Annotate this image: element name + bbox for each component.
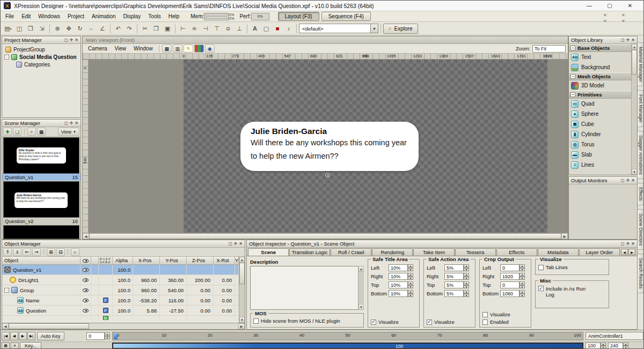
scroll-thumb[interactable] bbox=[239, 263, 245, 284]
cut-icon[interactable]: ✂ bbox=[140, 23, 150, 34]
collapse-icon[interactable]: − bbox=[4, 55, 9, 60]
object-row-question-v1[interactable]: Question_v1 100.0 bbox=[2, 265, 239, 275]
include-as-run-log-checkbox[interactable]: ✓ Include in As Run Log bbox=[538, 286, 606, 298]
pin-icon[interactable]: ✛ bbox=[234, 241, 238, 246]
close-icon[interactable]: ✕ bbox=[75, 38, 78, 42]
spinner[interactable]: ▲▼ bbox=[408, 281, 413, 288]
collapse-icon[interactable]: − bbox=[570, 92, 575, 97]
sphere-preview-icon[interactable]: ◉ bbox=[205, 44, 215, 53]
close-icon[interactable]: ✕ bbox=[239, 241, 243, 246]
tab-stagger-animations[interactable]: Stagger Animations bbox=[638, 131, 644, 179]
float-icon[interactable]: ◻ bbox=[229, 241, 232, 246]
library-item-sphere[interactable]: ● Sphere bbox=[569, 109, 631, 119]
track-value-bar[interactable]: 100 bbox=[113, 344, 582, 348]
spinner[interactable]: ▲▼ bbox=[464, 273, 469, 280]
visibility-eye-icon[interactable] bbox=[83, 268, 89, 272]
tab-roll-crawl[interactable]: Roll / Crawl bbox=[331, 248, 371, 256]
viewport-horizontal-scrollbar[interactable]: ◀ ▶ bbox=[83, 233, 568, 239]
tab-effects[interactable]: Effects bbox=[638, 183, 644, 205]
crop-enabled-checkbox[interactable]: Enabled bbox=[482, 319, 528, 325]
scroll-left-icon[interactable]: ◀ bbox=[2, 323, 9, 329]
float-icon[interactable]: ◻ bbox=[621, 241, 625, 246]
viewport-menu-camera[interactable]: Camera bbox=[85, 44, 111, 53]
library-item-slab[interactable]: ▬ Slab bbox=[569, 150, 631, 160]
paste-icon[interactable]: ▣ bbox=[162, 23, 173, 34]
tab-rendering[interactable]: Rendering bbox=[372, 248, 413, 256]
float-icon[interactable]: ◻ bbox=[64, 38, 68, 42]
tab-tessera[interactable]: Tessera bbox=[455, 248, 496, 256]
library-item-3d-model[interactable]: 3D Model bbox=[569, 80, 631, 91]
section-base-objects[interactable]: − Base Objects bbox=[569, 44, 631, 52]
explore-button[interactable]: ⌕ Explore bbox=[383, 24, 418, 34]
pin-icon[interactable]: ✛ bbox=[70, 38, 74, 42]
float-icon[interactable]: ◻ bbox=[64, 121, 68, 125]
viewport-menu-view[interactable]: View bbox=[112, 44, 130, 53]
frame-spinner[interactable]: 0 ▲▼ bbox=[86, 332, 110, 340]
pin-icon[interactable]: ✛ bbox=[626, 241, 630, 246]
safe-action-bottom-input[interactable]: 5% bbox=[444, 290, 464, 297]
spinner[interactable]: ▲▼ bbox=[464, 264, 469, 271]
collapse-all-icon[interactable]: ⊟ bbox=[56, 248, 65, 256]
tree-item-categories[interactable]: Categories bbox=[3, 61, 79, 68]
object-row-question[interactable]: AbQuestion P 100.0 5.88 -27.50 0.00 0.00 bbox=[2, 306, 239, 316]
save-all-icon[interactable]: ❐ bbox=[25, 23, 36, 34]
scene-canvas[interactable]: Julie Briden-Garcia Will there be any wo… bbox=[184, 60, 547, 233]
timeline-ruler[interactable]: 0 10 20 30 40 50 60 70 80 90 100 bbox=[112, 332, 583, 340]
move-in-icon[interactable]: ⇒ bbox=[32, 248, 41, 256]
tab-scroll-left-icon[interactable]: ◀ bbox=[621, 249, 628, 255]
object-library-scrollbar[interactable]: ▲ ▼ bbox=[631, 44, 637, 175]
safe-title-visualize-checkbox[interactable]: ✓ Visualize bbox=[371, 319, 416, 325]
close-icon[interactable]: ✕ bbox=[631, 38, 635, 42]
new-scene-icon[interactable]: ❏ bbox=[13, 128, 21, 136]
spinner[interactable]: ▲▼ bbox=[408, 273, 413, 280]
save-icon[interactable]: ◫ bbox=[14, 23, 25, 34]
spinner[interactable]: ▲▼ bbox=[408, 290, 413, 297]
library-item-text[interactable]: Ab Text bbox=[569, 52, 631, 62]
library-item-lines[interactable]: ≡ Lines bbox=[569, 160, 631, 170]
anim-controller-select[interactable]: AnimController1 bbox=[586, 332, 643, 340]
scroll-right-icon[interactable]: ▶ bbox=[561, 233, 568, 239]
library-item-background[interactable]: Background bbox=[569, 62, 631, 72]
scroll-right-icon[interactable]: ▶ bbox=[238, 323, 245, 329]
library-item-torus[interactable]: ◎ Torus bbox=[569, 139, 631, 150]
sequence-mode-button[interactable]: Sequence (F4) bbox=[321, 12, 371, 21]
scroll-down-icon[interactable]: ▼ bbox=[358, 304, 364, 310]
align-left-icon[interactable]: ⊢ bbox=[178, 23, 188, 34]
object-manager-hscrollbar[interactable]: ◀ ▶ bbox=[2, 323, 245, 329]
section-primitives[interactable]: − Primitives bbox=[569, 91, 631, 99]
auto-key-button[interactable]: Auto Key bbox=[37, 332, 64, 340]
move-tool-icon[interactable]: ✥ bbox=[63, 23, 74, 34]
tab-font-manager[interactable]: Font Manager bbox=[638, 90, 644, 127]
spinner[interactable]: ▲▼ bbox=[519, 281, 525, 288]
menu-tools[interactable]: Tools bbox=[144, 12, 164, 21]
collapse-icon[interactable]: − bbox=[4, 288, 9, 293]
spinner[interactable]: ▲▼ bbox=[519, 264, 525, 271]
scale-tool-icon[interactable]: ⇔ bbox=[86, 23, 97, 34]
play-icon[interactable]: ▶ bbox=[19, 332, 27, 340]
track-list-icon[interactable]: ▦ bbox=[2, 343, 10, 349]
float-icon[interactable]: ◻ bbox=[621, 178, 625, 183]
scene-thumbnail[interactable] bbox=[3, 225, 79, 239]
collapse-icon[interactable]: − bbox=[570, 74, 575, 79]
scene-thumbnail[interactable]: Julie Briden-Garcia Will there be any wo… bbox=[3, 181, 79, 218]
scroll-up-icon[interactable]: ▲ bbox=[632, 44, 637, 50]
dropdown-arrow-icon[interactable]: ▼ bbox=[370, 24, 378, 33]
menu-animation[interactable]: Animation bbox=[88, 12, 119, 21]
audio-icon[interactable]: ♪ bbox=[283, 23, 294, 34]
close-icon[interactable]: ✕ bbox=[75, 121, 78, 125]
spinner[interactable]: ▲▼ bbox=[519, 273, 525, 280]
hide-from-mos-checkbox[interactable]: Hide scene from MOS / NLE plugin bbox=[253, 318, 361, 324]
library-item-cylinder[interactable]: ▮ Cylinder bbox=[569, 129, 631, 139]
crop-top-input[interactable]: 0 bbox=[500, 281, 519, 288]
edit-mode-icon[interactable]: ✎ bbox=[184, 44, 193, 53]
search-icon[interactable]: ⌕ bbox=[71, 248, 79, 256]
scroll-up-icon[interactable]: ▲ bbox=[358, 266, 364, 272]
search-icon[interactable]: ⌕ bbox=[27, 128, 36, 136]
menu-display[interactable]: Display bbox=[120, 12, 145, 21]
object-pivot-handle[interactable] bbox=[325, 173, 330, 177]
import-icon[interactable]: ⇲ bbox=[36, 23, 47, 34]
tab-material-manager[interactable]: Material Manager bbox=[638, 42, 644, 86]
object-row-dirlight1[interactable]: DirLight1 100.0 960.00 360.00 200.00 0.0… bbox=[2, 275, 239, 285]
description-scrollbar[interactable]: ▲ ▼ bbox=[358, 266, 364, 310]
menu-help[interactable]: Help bbox=[165, 12, 184, 21]
